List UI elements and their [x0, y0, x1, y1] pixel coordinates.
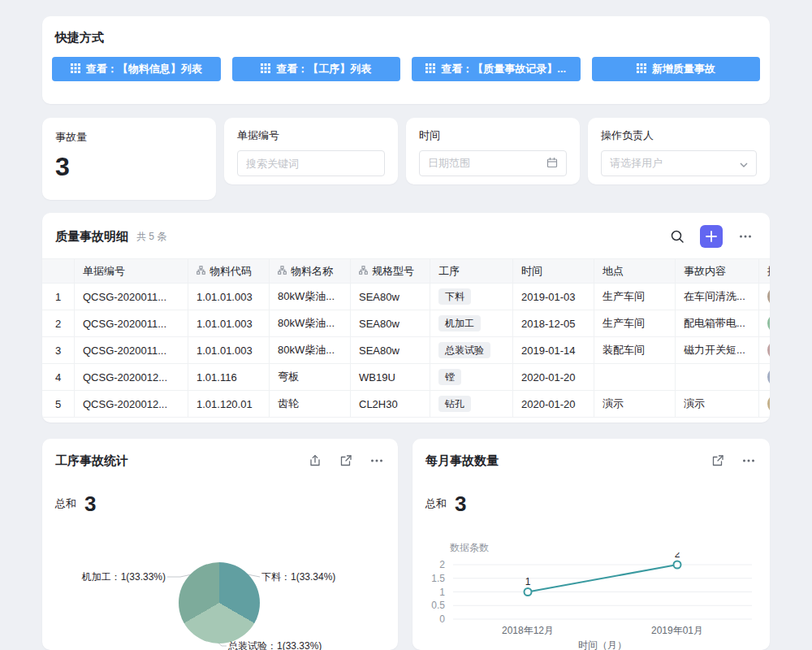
- col-process: 工序: [430, 259, 513, 284]
- cell-process: 机加工: [430, 310, 513, 337]
- process-incident-stats-card: 工序事故统计 总和 3 机加工：1(33.33%) 下料：1(33.34%) 总…: [42, 439, 398, 650]
- col-index: [42, 259, 75, 284]
- incident-detail-card: 质量事故明细 共 5 条 单据编号 物料代码 物料名称 规格型号 工序 时间 地…: [42, 213, 770, 422]
- table-row[interactable]: 2 QCSG-2020011... 1.01.01.003 80kW柴油... …: [42, 310, 770, 337]
- doc-no-filter-card: 单据编号: [224, 118, 398, 184]
- cell-content: 配电箱带电...: [676, 310, 759, 337]
- table-row[interactable]: 4 QCSG-2020012... 1.01.116 弯板 WB19U 镗 20…: [42, 364, 770, 391]
- cell-place: 生产车间: [594, 310, 676, 337]
- more-icon[interactable]: [734, 225, 757, 248]
- col-doc-no: 单据编号: [75, 259, 188, 284]
- open-in-new-icon[interactable]: [338, 453, 354, 469]
- shortcut-view-material-list-button[interactable]: 查看：【物料信息】列表: [52, 57, 221, 81]
- cell-doc-no: QCSG-2020012...: [75, 364, 188, 391]
- cell-doc-no: QCSG-2020011...: [75, 284, 188, 310]
- row-index: 1: [42, 284, 75, 310]
- row-index: 5: [42, 391, 75, 418]
- table-title: 质量事故明细: [55, 229, 128, 245]
- svg-text:1.5: 1.5: [431, 573, 445, 584]
- svg-text:2: 2: [675, 552, 680, 560]
- shortcut-buttons: 查看：【物料信息】列表 查看：【工序】列表 查看：【质量事故记录】... 新增质…: [52, 57, 760, 81]
- grid-icon: [425, 63, 435, 76]
- monthly-incident-card: 每月事故数量 总和 3 数据条数 00.511.5212018年12月22019…: [412, 439, 770, 650]
- cell-process: 总装试验: [430, 337, 513, 364]
- more-icon[interactable]: [741, 453, 757, 469]
- cell-spec: CL2H30: [351, 391, 430, 418]
- cell-place: 生产车间: [594, 284, 676, 310]
- cell-process: 下料: [430, 284, 513, 310]
- svg-text:2: 2: [439, 559, 445, 570]
- cell-date: 2019-01-14: [513, 337, 594, 364]
- cell-operator: [759, 337, 771, 364]
- cell-doc-no: QCSG-2020011...: [75, 337, 188, 364]
- cell-place: 演示: [594, 391, 676, 418]
- grid-icon: [637, 63, 646, 76]
- cell-operator: [759, 391, 771, 418]
- table-row[interactable]: 5 QCSG-2020012... 1.01.120.01 齿轮 CL2H30 …: [42, 391, 770, 418]
- cell-process: 钻孔: [430, 391, 513, 418]
- cell-material-name: 80kW柴油...: [270, 310, 351, 337]
- more-icon[interactable]: [369, 453, 385, 469]
- pie-chart-title: 工序事故统计: [55, 452, 128, 469]
- svg-text:2018年12月: 2018年12月: [502, 625, 554, 636]
- operator-select[interactable]: 请选择用户: [601, 150, 757, 176]
- cell-operator: [759, 310, 771, 337]
- cell-material-code: 1.01.01.003: [188, 284, 270, 310]
- cell-date: 2018-12-05: [513, 310, 594, 337]
- table-row[interactable]: 3 QCSG-2020011... 1.01.01.003 80kW柴油... …: [42, 337, 770, 364]
- cell-doc-no: QCSG-2020011...: [75, 310, 188, 337]
- pie-label-machining: 机加工：1(33.33%): [42, 571, 166, 583]
- cell-spec: SEA80w: [351, 337, 430, 364]
- shortcut-view-process-list-button[interactable]: 查看：【工序】列表: [232, 57, 401, 81]
- operator-label: 操作负责人: [601, 129, 757, 142]
- search-icon[interactable]: [666, 225, 689, 248]
- pie-chart[interactable]: [179, 562, 260, 644]
- doc-no-search-input[interactable]: [237, 150, 385, 176]
- table-header-row: 单据编号 物料代码 物料名称 规格型号 工序 时间 地点 事故内容 操作负责人: [42, 259, 770, 284]
- shortcut-view-incident-records-button[interactable]: 查看：【质量事故记录】...: [412, 57, 581, 81]
- svg-text:0: 0: [439, 613, 445, 625]
- cell-material-name: 80kW柴油...: [270, 337, 351, 364]
- svg-text:0.5: 0.5: [431, 600, 445, 611]
- record-count: 共 5 条: [136, 230, 166, 244]
- cell-material-name: 80kW柴油...: [270, 284, 351, 310]
- relation-icon: [359, 265, 368, 277]
- pie-chart-area: 机加工：1(33.33%) 下料：1(33.34%) 总装试验：1(33.33%…: [42, 520, 398, 650]
- grid-icon: [261, 63, 270, 76]
- col-place: 地点: [594, 259, 676, 284]
- incident-count-value: 3: [55, 154, 203, 180]
- cell-spec: SEA80w: [351, 284, 430, 310]
- line-total-value: 3: [455, 493, 466, 514]
- cell-material-code: 1.01.01.003: [188, 310, 270, 337]
- cell-date: 2020-01-20: [513, 391, 594, 418]
- cell-material-code: 1.01.116: [188, 364, 270, 391]
- pie-label-cutting: 下料：1(33.34%): [261, 571, 335, 583]
- avatar: [767, 287, 770, 306]
- add-record-button[interactable]: [700, 225, 723, 248]
- table-row[interactable]: 1 QCSG-2020011... 1.01.01.003 80kW柴油... …: [42, 284, 770, 310]
- date-range-input[interactable]: 日期范围: [419, 150, 567, 176]
- cell-material-code: 1.01.120.01: [188, 391, 270, 418]
- line-total-label: 总和: [425, 496, 447, 511]
- svg-text:1: 1: [525, 576, 531, 587]
- chevron-down-icon: [740, 158, 748, 170]
- shortcut-label: 查看：【工序】列表: [276, 62, 371, 76]
- incident-count-card: 事故量 3: [42, 118, 216, 200]
- open-in-new-icon[interactable]: [710, 453, 726, 469]
- cell-process: 镗: [430, 364, 513, 391]
- pie-label-assembly-test: 总装试验：1(33.33%): [228, 640, 322, 650]
- pie-total-label: 总和: [55, 496, 76, 511]
- cell-material-code: 1.01.01.003: [188, 337, 270, 364]
- export-icon[interactable]: [307, 453, 323, 469]
- line-chart: 00.511.5212018年12月22019年01月时间（月）: [412, 552, 770, 650]
- avatar: [767, 314, 770, 333]
- shortcut-add-incident-button[interactable]: 新增质量事故: [592, 57, 761, 81]
- svg-text:1: 1: [439, 587, 445, 598]
- cell-material-name: 弯板: [270, 364, 351, 391]
- col-spec: 规格型号: [351, 259, 430, 284]
- cell-material-name: 齿轮: [270, 391, 351, 418]
- col-material-name: 物料名称: [270, 259, 351, 284]
- line-chart-title: 每月事故数量: [425, 452, 499, 469]
- cell-date: 2019-01-03: [513, 284, 594, 310]
- shortcut-label: 查看：【质量事故记录】...: [441, 62, 566, 76]
